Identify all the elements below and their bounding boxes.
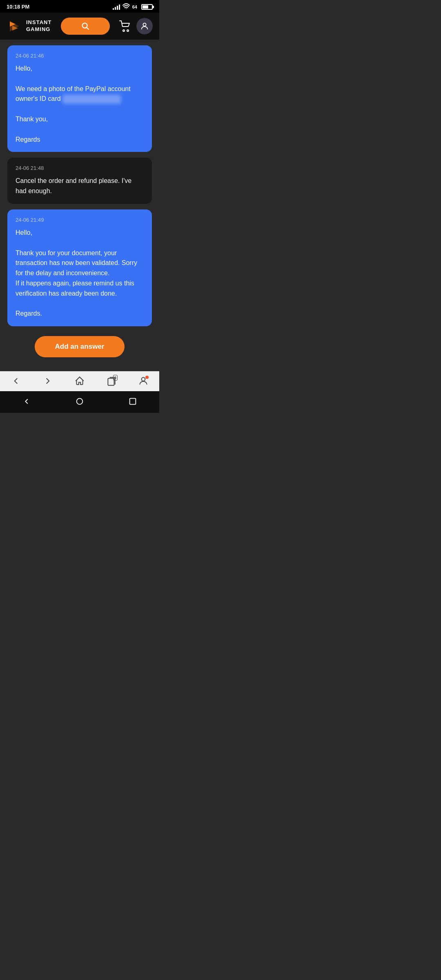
tabs-button[interactable]: 3 — [106, 376, 117, 386]
tabs-count: 3 — [113, 375, 118, 381]
svg-point-7 — [143, 23, 146, 26]
signal-icon — [113, 4, 120, 10]
add-answer-button[interactable]: Add an answer — [35, 336, 125, 357]
header-icons — [119, 18, 153, 34]
svg-line-4 — [87, 27, 89, 29]
home-button[interactable] — [74, 376, 85, 386]
add-answer-section: Add an answer — [7, 332, 152, 365]
svg-point-5 — [123, 30, 125, 31]
profile-button[interactable] — [138, 376, 149, 386]
logo-area: INSTANT GAMING — [7, 18, 51, 34]
logo-text: INSTANT GAMING — [26, 19, 51, 33]
android-recents-button[interactable] — [128, 397, 137, 407]
svg-point-0 — [126, 8, 127, 9]
svg-point-6 — [127, 30, 129, 31]
wifi-icon — [122, 3, 130, 10]
svg-point-3 — [82, 23, 87, 28]
svg-rect-11 — [130, 399, 136, 405]
cart-button[interactable] — [119, 20, 131, 32]
back-button[interactable] — [11, 376, 21, 386]
battery-icon — [141, 4, 153, 10]
cart-icon — [119, 20, 131, 32]
back-icon — [11, 376, 21, 386]
home-icon — [74, 376, 85, 386]
forward-icon — [42, 376, 53, 386]
user-button[interactable] — [136, 18, 153, 34]
message-timestamp-3: 24-06 21:49 — [16, 217, 144, 223]
forward-button[interactable] — [42, 376, 53, 386]
status-icons: 64 — [113, 3, 153, 10]
header: INSTANT GAMING — [0, 13, 159, 40]
message-body-3: Hello, Thank you for your document, your… — [16, 228, 144, 319]
status-bar: 10:18 PM 64 — [0, 0, 159, 13]
svg-point-9 — [142, 377, 145, 381]
message-body-2: Cancel the order and refund please. I've… — [16, 176, 144, 196]
redacted-text: ██████████████ — [62, 95, 121, 104]
message-body-1: Hello, We need a photo of the PayPal acc… — [16, 64, 144, 145]
search-icon — [81, 22, 90, 31]
android-recents-icon — [128, 397, 137, 406]
browser-nav: 3 — [0, 371, 159, 391]
message-timestamp-1: 24-06 21:46 — [16, 53, 144, 59]
svg-point-10 — [77, 399, 83, 405]
status-time: 10:18 PM — [7, 4, 29, 10]
messages-container: 24-06 21:46 Hello, We need a photo of th… — [0, 40, 159, 371]
message-bubble-1: 24-06 21:46 Hello, We need a photo of th… — [7, 45, 152, 152]
logo-icon — [7, 18, 22, 34]
android-back-button[interactable] — [22, 397, 31, 407]
android-back-icon — [22, 397, 31, 406]
user-icon — [140, 22, 149, 31]
battery-label: 64 — [132, 4, 137, 9]
search-button[interactable] — [61, 18, 110, 35]
android-home-button[interactable] — [75, 397, 84, 407]
android-home-icon — [75, 397, 84, 406]
android-nav — [0, 391, 159, 413]
message-timestamp-2: 24-06 21:48 — [16, 165, 144, 171]
message-bubble-3: 24-06 21:49 Hello, Thank you for your do… — [7, 209, 152, 326]
message-bubble-2: 24-06 21:48 Cancel the order and refund … — [7, 158, 152, 204]
